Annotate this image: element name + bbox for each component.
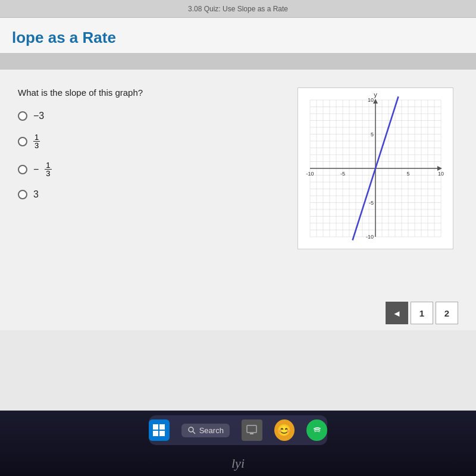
fraction-c-denominator: 3 (45, 170, 51, 177)
svg-rect-7 (250, 433, 253, 434)
page-2-button[interactable]: 2 (436, 302, 458, 324)
browser-top-bar: 3.08 Quiz: Use Slope as a Rate (0, 0, 476, 18)
question-section: What is the slope of this graph? −3 1 3 … (18, 87, 280, 284)
search-icon (187, 426, 196, 434)
fraction-c-numerator: 1 (45, 161, 51, 170)
answer-label-b: 1 3 (33, 133, 40, 149)
section-divider (0, 53, 476, 70)
answer-option-b[interactable]: 1 3 (18, 133, 280, 149)
radio-d[interactable] (18, 190, 27, 199)
coordinate-graph (298, 87, 453, 249)
screen: 3.08 Quiz: Use Slope as a Rate lope as a… (0, 0, 476, 411)
answer-option-d[interactable]: 3 (18, 189, 280, 200)
graph-container (298, 87, 452, 248)
fraction-b-numerator: 1 (33, 133, 40, 142)
search-text: Search (199, 426, 224, 435)
answer-label-d: 3 (33, 189, 39, 200)
svg-rect-1 (159, 424, 165, 430)
svg-rect-0 (153, 424, 158, 430)
radio-a[interactable] (18, 111, 27, 121)
answer-label-c-neg: − (33, 164, 39, 175)
radio-b[interactable] (18, 137, 27, 146)
answer-option-c[interactable]: − 1 3 (18, 161, 280, 177)
graph-section (292, 87, 458, 284)
page-title: lope as a Rate (12, 29, 464, 47)
content-area: What is the slope of this graph? −3 1 3 … (0, 70, 476, 296)
page-title-text: lope as a Rate (12, 29, 116, 46)
svg-rect-3 (159, 431, 165, 436)
page-1-button[interactable]: 1 (411, 302, 433, 324)
browser-title: 3.08 Quiz: Use Slope as a Rate (188, 5, 288, 13)
question-text: What is the slope of this graph? (18, 87, 280, 98)
svg-point-8 (311, 424, 323, 436)
spotify-icon[interactable] (306, 419, 327, 441)
svg-rect-6 (247, 425, 256, 433)
radio-c[interactable] (18, 165, 27, 174)
profile-icon[interactable]: 😊 (274, 419, 295, 441)
prev-button[interactable]: ◄ (386, 302, 408, 324)
taskbar: Search 😊 lyi (0, 411, 476, 476)
svg-line-5 (193, 431, 195, 434)
answer-label-c: 1 3 (45, 161, 51, 177)
svg-point-4 (189, 427, 193, 432)
answer-label-a: −3 (33, 111, 44, 121)
taskbar-inner: Search 😊 (149, 415, 327, 445)
answer-option-a[interactable]: −3 (18, 111, 280, 121)
fraction-b-denominator: 3 (33, 142, 40, 149)
windows-icon[interactable] (149, 419, 170, 441)
nav-area: ◄ 1 2 (0, 296, 476, 330)
search-bar[interactable]: Search (181, 424, 230, 437)
svg-rect-2 (153, 431, 158, 436)
desktop-icon[interactable] (242, 419, 262, 441)
page-heading-area: lope as a Rate (0, 18, 476, 53)
handwriting-text: lyi (231, 456, 245, 471)
